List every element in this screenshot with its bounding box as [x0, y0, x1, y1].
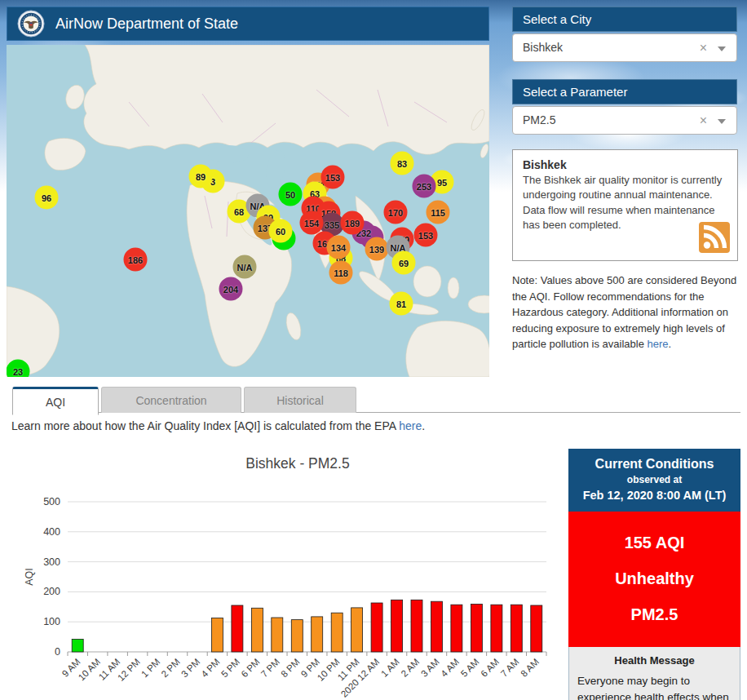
x-tick-label: 12 PM: [116, 657, 142, 683]
select-parameter-header: Select a Parameter: [512, 79, 737, 104]
x-tick-label: 8 AM: [519, 657, 541, 679]
x-tick-label: 4 PM: [199, 657, 221, 679]
y-tick-label: 200: [43, 586, 60, 597]
health-message-title: Health Message: [577, 654, 732, 667]
learn-more-here-link[interactable]: here: [399, 419, 422, 432]
health-message-box: Health Message Everyone may begin to exp…: [568, 647, 740, 700]
tab-historical[interactable]: Historical: [244, 387, 356, 413]
aqi-marker[interactable]: 153: [414, 224, 438, 247]
x-tick-label: 3 AM: [419, 657, 441, 679]
chart-bar[interactable]: [211, 618, 223, 652]
current-conditions-panel: Current Conditions observed at Feb 12, 2…: [568, 449, 740, 700]
tab-bar: AQI Concentration Historical: [12, 387, 740, 413]
x-tick-label: 4 AM: [439, 657, 461, 679]
app-title: AirNow Department of State: [55, 16, 238, 33]
y-tick-label: 100: [43, 616, 60, 627]
y-axis-label: AQI: [24, 568, 35, 586]
current-conditions-title: Current Conditions: [573, 457, 736, 472]
chevron-down-icon[interactable]: [718, 47, 726, 51]
x-tick-label: 1 AM: [379, 657, 401, 679]
chart-bar[interactable]: [331, 613, 343, 652]
chart-bar[interactable]: [371, 603, 382, 652]
aqi-marker[interactable]: 189: [341, 211, 365, 235]
aqi-marker[interactable]: 89: [189, 165, 213, 188]
note-text: Note: Values above 500 are considered Be…: [512, 274, 736, 350]
x-tick-label: 2 AM: [399, 657, 421, 679]
x-tick-label: 7 AM: [499, 657, 521, 679]
aqi-marker[interactable]: 118: [329, 261, 353, 285]
app-header: AirNow Department of State: [7, 7, 489, 41]
info-box-body: The Bishkek air quality monitor is curre…: [523, 173, 727, 233]
x-tick-label: 10 AM: [77, 657, 103, 683]
current-conditions-header: Current Conditions observed at Feb 12, 2…: [568, 449, 740, 512]
clear-icon[interactable]: ×: [700, 34, 707, 61]
aqi-marker[interactable]: 186: [124, 248, 148, 272]
aqi-note: Note: Values above 500 are considered Be…: [512, 272, 742, 352]
x-tick-label: 6 AM: [479, 657, 501, 679]
clear-icon[interactable]: ×: [700, 107, 707, 134]
city-select[interactable]: Bishkek ×: [512, 33, 737, 62]
learn-more-text: Learn more about how the Air Quality Ind…: [11, 419, 425, 432]
aqi-marker[interactable]: 154: [300, 211, 324, 235]
chart-bar[interactable]: [391, 600, 403, 652]
aqi-map[interactable]: 23186N/A2049638968N/A9913760501211536310…: [7, 45, 489, 377]
chart-bar[interactable]: [232, 605, 243, 652]
y-tick-label: 0: [55, 646, 60, 658]
x-tick-label: 1 PM: [139, 657, 161, 679]
aqi-marker[interactable]: 96: [35, 186, 59, 210]
aqi-marker[interactable]: 115: [427, 201, 450, 224]
tab-aqi[interactable]: AQI: [12, 387, 99, 415]
chart-bar[interactable]: [431, 601, 443, 652]
aqi-marker[interactable]: 83: [391, 152, 414, 175]
select-city-header: Select a City: [512, 7, 737, 32]
aqi-marker[interactable]: 69: [392, 251, 416, 275]
rss-icon[interactable]: [699, 222, 730, 253]
aqi-bar-chart[interactable]: Bishkek - PM2.50100200300400500AQI9 AM10…: [8, 445, 571, 700]
aqi-marker[interactable]: 253: [413, 175, 436, 198]
x-tick-label: 10 PM: [316, 657, 342, 683]
chart-bar[interactable]: [351, 608, 363, 652]
aqi-marker[interactable]: 60: [269, 219, 293, 243]
chart-bar[interactable]: [491, 605, 502, 652]
tab-concentration[interactable]: Concentration: [101, 387, 241, 413]
aqi-value: 155 AQI: [573, 534, 736, 552]
aqi-pollutant: PM2.5: [573, 605, 736, 624]
x-tick-label: 6 PM: [239, 657, 261, 679]
learn-more-period: .: [422, 419, 425, 432]
parameter-select[interactable]: PM2.5 ×: [512, 106, 737, 135]
chart-bar[interactable]: [312, 617, 323, 652]
x-tick-label: 8 PM: [279, 657, 301, 679]
chart-bar[interactable]: [471, 605, 482, 653]
chart-bar[interactable]: [411, 600, 422, 652]
aqi-marker-na[interactable]: N/A: [233, 255, 257, 279]
aqi-marker[interactable]: 204: [219, 277, 243, 301]
chart-bar[interactable]: [531, 605, 542, 652]
chart-bar[interactable]: [72, 640, 83, 653]
parameter-select-value: PM2.5: [523, 113, 555, 126]
aqi-marker[interactable]: 23: [7, 360, 30, 378]
aqi-marker[interactable]: 139: [365, 237, 389, 261]
x-tick-label: 3 PM: [179, 657, 201, 679]
city-info-box: Bishkek The Bishkek air quality monitor …: [512, 149, 738, 261]
chart-bar[interactable]: [511, 605, 522, 652]
y-tick-label: 500: [43, 496, 60, 507]
aqi-marker[interactable]: 50: [279, 183, 303, 206]
chart-bar[interactable]: [272, 618, 283, 652]
chevron-down-icon[interactable]: [718, 119, 726, 124]
aqi-category: Unhealthy: [573, 569, 736, 588]
chart-bar[interactable]: [291, 620, 303, 652]
aqi-marker[interactable]: 153: [321, 166, 345, 189]
x-tick-label: 5 AM: [459, 657, 481, 679]
aqi-marker[interactable]: 81: [390, 292, 413, 316]
y-tick-label: 400: [43, 526, 60, 538]
note-period: .: [669, 338, 672, 350]
health-message-body: Everyone may begin to experience health …: [577, 673, 732, 700]
chart-bar[interactable]: [451, 605, 462, 652]
y-tick-label: 300: [43, 556, 60, 568]
note-here-link[interactable]: here: [647, 338, 668, 350]
aqi-marker[interactable]: 134: [327, 236, 351, 259]
chart-bar[interactable]: [251, 608, 263, 652]
chart-title: Bishkek - PM2.5: [245, 455, 349, 472]
aqi-marker[interactable]: 170: [384, 201, 408, 224]
x-tick-label: 5 PM: [219, 657, 241, 679]
